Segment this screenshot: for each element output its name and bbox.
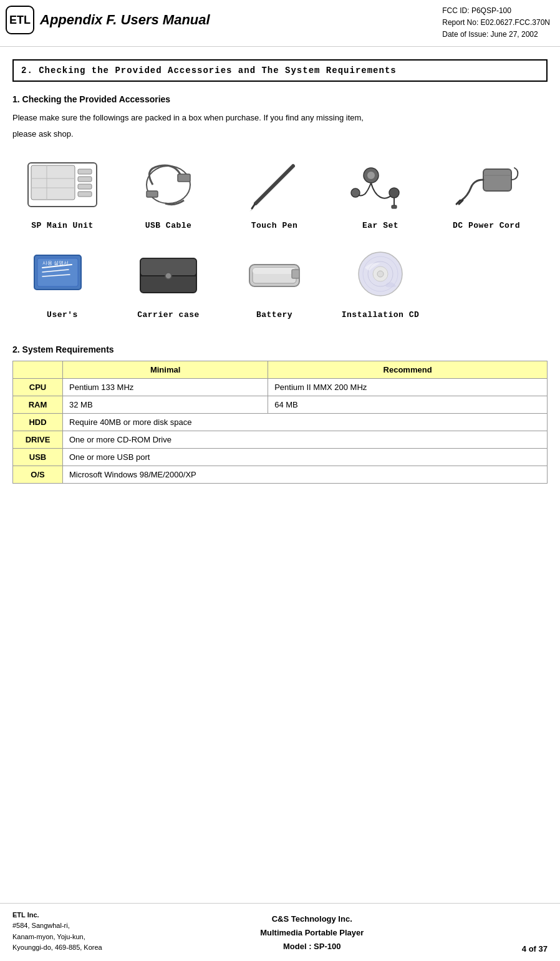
table-row: CPU Pentium 133 MHz Pentium II MMX 200 M… (13, 379, 548, 396)
header-title: Appendix F. Users Manual (40, 12, 210, 28)
sys-req-table: Minimal Recommend CPU Pentium 133 MHz Pe… (12, 361, 548, 484)
footer-center: C&S Technology Inc. Multimedia Portable … (260, 912, 364, 954)
section-title-text: 2. Checking the Provided Accessories and… (21, 66, 397, 76)
users-manual-image: 사용 설명서 (22, 243, 103, 305)
minimal-drive: One or more CD-ROM Drive (63, 431, 548, 449)
touch-pen-label: Touch Pen (251, 221, 298, 230)
svg-point-45 (377, 271, 384, 277)
accessory-touch-pen: Touch Pen (224, 154, 324, 230)
dc-power-cord-image (446, 154, 527, 216)
component-os: O/S (13, 466, 63, 484)
carrier-case-label: Carrier case (137, 310, 200, 320)
section-title-box: 2. Checking the Provided Accessories and… (12, 59, 548, 82)
fcc-id: FCC ID: P6QSP-100 (442, 5, 550, 17)
subsection1-title: 1. Checking the Provided Accessories (12, 94, 548, 104)
table-row: O/S Microsoft Windows 98/ME/2000/XP (13, 466, 548, 484)
accessory-dc-power-cord: DC Power Cord (437, 154, 536, 230)
svg-rect-12 (178, 174, 190, 182)
accessories-grid: SP Main Unit USB Cable (12, 154, 548, 332)
minimal-usb: One or more USB port (63, 449, 548, 466)
table-row: RAM 32 MB 64 MB (13, 396, 548, 414)
minimal-cpu: Pentium 133 MHz (63, 379, 268, 396)
component-drive: DRIVE (13, 431, 63, 449)
svg-point-19 (389, 188, 399, 198)
usb-cable-label: USB Cable (145, 221, 192, 230)
component-ram: RAM (13, 396, 63, 414)
usb-cable-image (128, 154, 209, 216)
table-header-recommend: Recommend (268, 361, 548, 379)
svg-text:사용 설명서: 사용 설명서 (42, 260, 69, 266)
minimal-ram: 32 MB (63, 396, 268, 414)
touch-pen-image (234, 154, 315, 216)
table-row: HDD Require 40MB or more disk space (13, 414, 548, 431)
svg-text:ETL: ETL (9, 14, 31, 26)
svg-rect-6 (78, 184, 92, 189)
battery-image (234, 243, 315, 305)
accessory-sp-main-unit: SP Main Unit (12, 154, 112, 230)
svg-point-36 (165, 273, 171, 279)
page-footer: ETL Inc. #584, Sangwhal-ri, Kanam-myon, … (0, 903, 560, 961)
body-text-2: please ask shop. (12, 128, 548, 141)
component-usb: USB (13, 449, 63, 466)
recommend-cpu: Pentium II MMX 200 MHz (268, 379, 548, 396)
footer-center-line3: Model : SP-100 (260, 940, 364, 954)
ear-set-image (340, 154, 421, 216)
footer-address3: Kyounggi-do, 469-885, Korea (12, 942, 102, 954)
date-of-issue: Date of Issue: June 27, 2002 (442, 29, 550, 41)
svg-rect-23 (483, 169, 511, 191)
component-hdd: HDD (13, 414, 63, 431)
header-fcc-info: FCC ID: P6QSP-100 Report No: E02.0627.FC… (442, 5, 550, 41)
accessory-installation-cd: Installation CD (331, 243, 430, 320)
header-left: ETL Appendix F. Users Manual (5, 5, 210, 35)
body-text-1: Please make sure the followings are pack… (12, 112, 548, 125)
svg-rect-7 (78, 192, 92, 197)
carrier-case-image (128, 243, 209, 305)
accessory-carrier-case: Carrier case (118, 243, 218, 320)
svg-point-11 (147, 166, 190, 203)
report-no: Report No: E02.0627.FCC.370N (442, 17, 550, 29)
footer-company: ETL Inc. (12, 910, 102, 921)
page-header: ETL Appendix F. Users Manual FCC ID: P6Q… (0, 0, 560, 47)
svg-rect-3 (31, 165, 75, 200)
svg-rect-39 (253, 268, 296, 274)
etl-logo-icon: ETL (5, 5, 35, 35)
installation-cd-label: Installation CD (342, 310, 420, 320)
battery-label: Battery (256, 310, 292, 320)
minimal-hdd: Require 40MB or more disk space (63, 414, 548, 431)
minimal-os: Microsoft Windows 98/ME/2000/XP (63, 466, 548, 484)
installation-cd-image (340, 243, 421, 305)
table-header-component (13, 361, 63, 379)
users-manual-label: User's (47, 310, 78, 320)
svg-rect-5 (78, 177, 92, 182)
ear-set-label: Ear Set (362, 221, 398, 230)
table-row: USB One or more USB port (13, 449, 548, 466)
footer-address1: #584, Sangwhal-ri, (12, 920, 102, 932)
footer-center-line2: Multimedia Portable Player (260, 926, 364, 940)
svg-point-22 (351, 188, 360, 197)
table-row: DRIVE One or more CD-ROM Drive (13, 431, 548, 449)
accessory-battery: Battery (224, 243, 324, 320)
svg-line-14 (256, 166, 293, 203)
table-header-minimal: Minimal (63, 361, 268, 379)
accessory-usb-cable: USB Cable (118, 154, 218, 230)
footer-page: 4 of 37 (522, 944, 548, 954)
recommend-ram: 64 MB (268, 396, 548, 414)
svg-rect-4 (78, 169, 92, 174)
footer-center-line1: C&S Technology Inc. (260, 912, 364, 926)
accessory-users-manual: 사용 설명서 User's (12, 243, 112, 320)
sp-main-unit-image (22, 154, 103, 216)
svg-rect-40 (292, 270, 299, 278)
svg-rect-21 (392, 205, 397, 208)
accessory-ear-set: Ear Set (331, 154, 430, 230)
sp-main-unit-label: SP Main Unit (31, 221, 94, 230)
svg-point-18 (367, 172, 375, 179)
footer-address: ETL Inc. #584, Sangwhal-ri, Kanam-myon, … (12, 910, 102, 954)
svg-line-15 (252, 205, 254, 208)
svg-rect-13 (147, 191, 158, 197)
component-cpu: CPU (13, 379, 63, 396)
dc-power-cord-label: DC Power Cord (453, 221, 520, 230)
main-content: 2. Checking the Provided Accessories and… (0, 47, 560, 490)
footer-address2: Kanam-myon, Yoju-kun, (12, 932, 102, 943)
system-requirements-section: 2. System Requirements Minimal Recommend… (12, 344, 548, 484)
sys-req-title: 2. System Requirements (12, 344, 548, 354)
